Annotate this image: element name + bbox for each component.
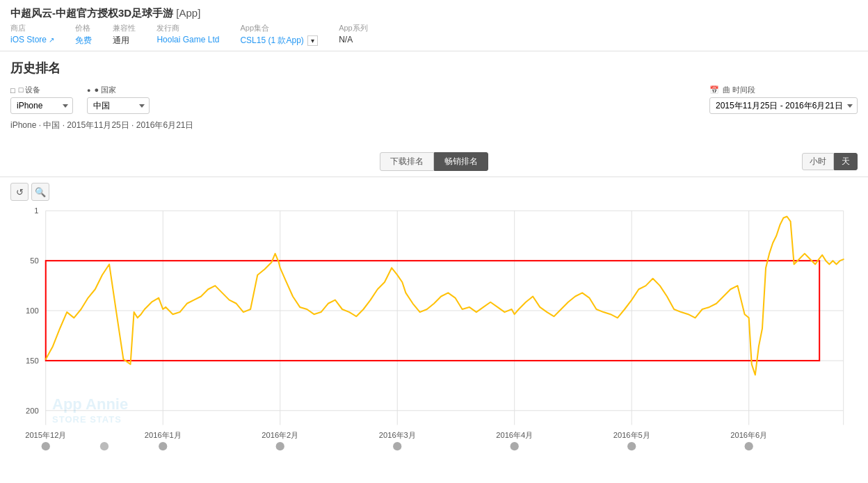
bundle-label: App集合	[240, 23, 318, 33]
meta-publisher: 发行商 Hoolai Game Ltd	[156, 23, 219, 44]
rank-tabs: 下载排名 畅销排名	[380, 152, 488, 171]
series-value: N/A	[339, 35, 353, 44]
compat-value: 通用	[113, 35, 129, 45]
svg-text:150: 150	[26, 357, 39, 365]
svg-text:2015年12月: 2015年12月	[25, 431, 66, 439]
app-meta-row: 商店 iOS Store ↗ 价格 免费 兼容性 通用 发行商 Hoolai G…	[10, 23, 858, 47]
country-label-text: ● 国家	[94, 85, 116, 95]
controls-row: □ □ 设备 iPhone iPad ● ● 国家 中国 美国 📅 曲 时间段	[10, 85, 858, 114]
svg-point-32	[745, 442, 753, 450]
device-control: □ □ 设备 iPhone iPad	[10, 85, 73, 114]
chart-area: ↺ 🔍 1 50 100 150 200	[0, 177, 868, 475]
svg-point-31	[627, 442, 636, 450]
date-label-text: 曲 时间段	[723, 85, 755, 95]
date-label: 📅 曲 时间段	[709, 85, 858, 95]
country-control: ● ● 国家 中国 美国	[87, 85, 150, 114]
svg-point-28	[276, 442, 284, 450]
meta-price: 价格 免费	[75, 23, 92, 47]
app-title-suffix: [App]	[176, 7, 200, 19]
watermark: App Annie STORE STATS	[52, 395, 128, 426]
app-header: 中超风云-中超官方授权3D足球手游 [App] 商店 iOS Store ↗ 价…	[0, 0, 868, 51]
svg-point-30	[511, 442, 519, 450]
svg-text:2016年3月: 2016年3月	[379, 431, 416, 439]
svg-text:2016年4月: 2016年4月	[496, 431, 533, 439]
chart-toolbar: 下载排名 畅销排名 小时 天	[0, 147, 868, 177]
store-link[interactable]: iOS Store	[10, 35, 47, 44]
meta-bundle: App集合 CSL15 (1 款App) ▾	[240, 23, 318, 47]
price-value: 免费	[75, 35, 92, 45]
store-link-icon: ↗	[49, 36, 54, 44]
watermark-line2: STORE STATS	[52, 414, 128, 426]
svg-point-29	[393, 442, 401, 450]
publisher-label: 发行商	[156, 23, 219, 33]
svg-point-26	[100, 442, 108, 450]
hour-tab[interactable]: 小时	[802, 153, 834, 170]
svg-text:2016年2月: 2016年2月	[262, 431, 298, 439]
bundle-link[interactable]: CSL15 (1 款App)	[240, 35, 303, 45]
device-select[interactable]: iPhone iPad	[10, 97, 73, 114]
watermark-line1: App Annie	[52, 395, 128, 415]
meta-compat: 兼容性 通用	[113, 23, 136, 47]
svg-point-27	[159, 442, 167, 450]
meta-series: App系列 N/A	[339, 23, 368, 44]
bundle-dropdown-icon[interactable]: ▾	[307, 35, 318, 46]
chart-controls: ↺ 🔍	[10, 177, 858, 204]
svg-text:2016年5月: 2016年5月	[613, 431, 650, 439]
reset-btn[interactable]: ↺	[10, 183, 29, 201]
country-label: ● ● 国家	[87, 85, 150, 95]
zoom-btn[interactable]: 🔍	[31, 183, 49, 201]
compat-label: 兼容性	[113, 23, 136, 33]
app-title: 中超风云-中超官方授权3D足球手游 [App]	[10, 7, 858, 20]
time-tabs: 小时 天	[802, 153, 858, 170]
series-label: App系列	[339, 23, 368, 33]
publisher-link[interactable]: Hoolai Game Ltd	[156, 35, 219, 44]
sales-rank-tab[interactable]: 畅销排名	[434, 152, 488, 171]
date-range-control: 📅 曲 时间段 2015年11月25日 - 2016年6月21日	[709, 85, 858, 114]
svg-text:200: 200	[26, 407, 39, 415]
date-icon: 📅	[709, 85, 719, 95]
download-rank-tab[interactable]: 下载排名	[380, 152, 434, 171]
history-rank-section: 历史排名 □ □ 设备 iPhone iPad ● ● 国家 中国 美国	[0, 51, 868, 147]
svg-text:50: 50	[30, 256, 38, 265]
svg-point-25	[42, 442, 50, 450]
meta-store: 商店 iOS Store ↗	[10, 23, 54, 44]
app-title-text: 中超风云-中超官方授权3D足球手游	[10, 7, 173, 19]
country-select[interactable]: 中国 美国	[87, 97, 150, 114]
chart-container: 1 50 100 150 200 2015年12月 2016年1月 2016年2…	[10, 204, 858, 468]
rank-chart: 1 50 100 150 200 2015年12月 2016年1月 2016年2…	[10, 204, 858, 468]
date-range-select[interactable]: 2015年11月25日 - 2016年6月21日	[709, 97, 858, 114]
bundle-value: CSL15 (1 款App) ▾	[240, 35, 318, 45]
day-tab[interactable]: 天	[834, 153, 858, 170]
price-label: 价格	[75, 23, 92, 33]
section-title: 历史排名	[10, 60, 858, 76]
country-icon: ●	[87, 87, 90, 94]
device-label: □ □ 设备	[10, 85, 73, 95]
svg-text:100: 100	[26, 306, 39, 315]
chart-subtitle: iPhone · 中国 · 2015年11月25日 · 2016年6月21日	[10, 120, 858, 131]
svg-text:2016年6月: 2016年6月	[730, 431, 767, 439]
device-label-text: □ 设备	[19, 85, 41, 95]
device-icon: □	[10, 86, 15, 95]
svg-text:1: 1	[34, 206, 38, 215]
svg-text:2016年1月: 2016年1月	[145, 431, 182, 439]
store-label: 商店	[10, 23, 54, 33]
